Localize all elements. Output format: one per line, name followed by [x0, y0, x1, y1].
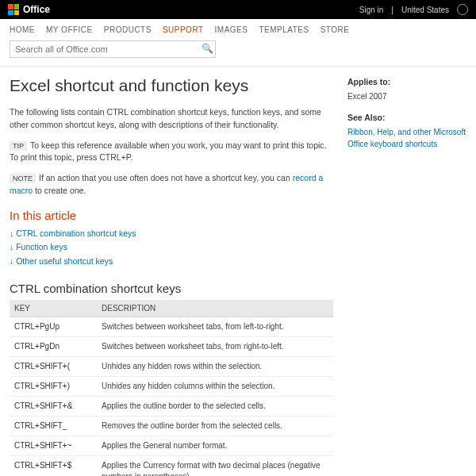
note-prefix: If an action that you use often does not… — [39, 173, 293, 182]
table-row: CTRL+SHIFT+)Unhides any hidden columns w… — [10, 377, 333, 397]
table-row: CTRL+PgUpSwitches between worksheet tabs… — [10, 317, 333, 337]
shortcut-key: CTRL+SHIFT+) — [10, 377, 97, 397]
applies-to-label: Applies to: — [347, 76, 466, 89]
main-column: Excel shortcut and function keys The fol… — [10, 76, 333, 476]
shortcut-desc: Unhides any hidden columns within the se… — [97, 377, 333, 397]
top-divider: | — [391, 6, 393, 14]
nav-home[interactable]: HOME — [10, 25, 35, 34]
shortcut-key: CTRL+SHIFT+$ — [10, 456, 97, 476]
aside-column: Applies to: Excel 2007 See Also: Ribbon,… — [347, 76, 466, 476]
shortcut-desc: Switches between worksheet tabs, from ri… — [97, 337, 333, 357]
brand[interactable]: Office — [8, 4, 50, 15]
table-row: CTRL+PgDnSwitches between worksheet tabs… — [10, 337, 333, 357]
shortcut-key: CTRL+PgDn — [10, 337, 97, 357]
shortcut-desc: Removes the outline border from the sele… — [97, 416, 333, 436]
search-box: 🔍 — [10, 40, 216, 58]
toc-link-other[interactable]: Other useful shortcut keys — [10, 255, 333, 269]
toc-link-function[interactable]: Function keys — [10, 240, 333, 255]
table-row: CTRL+SHIFT_Removes the outline border fr… — [10, 416, 333, 436]
nav-products[interactable]: PRODUCTS — [104, 25, 152, 34]
note-suffix: to create one. — [33, 186, 86, 195]
shortcut-desc: Switches between worksheet tabs, from le… — [97, 317, 333, 337]
region-link[interactable]: United States — [401, 6, 449, 14]
top-bar: Office Sign in | United States — [0, 0, 476, 19]
note-callout: NOTEIf an action that you use often does… — [10, 172, 333, 198]
table-row: CTRL+SHIFT+&Applies the outline border t… — [10, 397, 333, 416]
shortcut-table: KEY DESCRIPTION CTRL+PgUpSwitches betwee… — [10, 300, 333, 476]
tip-callout: TIPTo keep this reference available when… — [10, 140, 333, 165]
shortcut-key: CTRL+PgUp — [10, 317, 97, 337]
see-also-link[interactable]: Ribbon, Help, and other Microsoft Office… — [347, 128, 466, 148]
search-icon[interactable]: 🔍 — [202, 43, 213, 54]
sign-in-link[interactable]: Sign in — [359, 6, 384, 14]
office-logo-icon — [8, 4, 19, 15]
table-header-row: KEY DESCRIPTION — [10, 300, 333, 317]
nav-my-office[interactable]: MY OFFICE — [46, 25, 93, 34]
see-also-label: See Also: — [347, 112, 466, 125]
shortcut-key: CTRL+SHIFT+& — [10, 397, 97, 416]
nav-templates[interactable]: TEMPLATES — [259, 25, 309, 34]
search-input[interactable] — [10, 40, 216, 58]
nav-store[interactable]: STORE — [321, 25, 350, 34]
shortcut-key: CTRL+SHIFT+( — [10, 357, 97, 377]
content-wrap: Excel shortcut and function keys The fol… — [0, 67, 476, 476]
th-desc: DESCRIPTION — [97, 300, 333, 317]
top-right-controls: Sign in | United States — [359, 4, 468, 15]
toc-link-ctrl[interactable]: CTRL combination shortcut keys — [10, 227, 333, 241]
globe-icon[interactable] — [457, 4, 468, 15]
in-this-article-heading: In this article — [10, 209, 333, 222]
nav-support[interactable]: SUPPORT — [163, 25, 204, 34]
intro-text: The following lists contain CTRL combina… — [10, 106, 333, 132]
table-row: CTRL+SHIFT+(Unhides any hidden rows with… — [10, 357, 333, 377]
ctrl-table-title: CTRL combination shortcut keys — [10, 282, 333, 295]
shortcut-key: CTRL+SHIFT+~ — [10, 436, 97, 456]
shortcut-desc: Applies the Currency format with two dec… — [97, 456, 333, 476]
shortcut-desc: Applies the outline border to the select… — [97, 397, 333, 416]
shortcut-key: CTRL+SHIFT_ — [10, 416, 97, 436]
table-row: CTRL+SHIFT+~Applies the General number f… — [10, 436, 333, 456]
note-tag: NOTE — [10, 174, 36, 183]
main-nav: HOME MY OFFICE PRODUCTS SUPPORT IMAGES T… — [0, 19, 476, 40]
shortcut-desc: Applies the General number format. — [97, 436, 333, 456]
applies-to-value: Excel 2007 — [347, 92, 386, 101]
tip-tag: TIP — [10, 141, 27, 151]
page-title: Excel shortcut and function keys — [10, 76, 333, 95]
tip-text: To keep this reference available when yo… — [10, 140, 327, 163]
search-row: 🔍 — [0, 40, 476, 67]
table-row: CTRL+SHIFT+$Applies the Currency format … — [10, 456, 333, 476]
th-key: KEY — [10, 300, 97, 317]
see-also-block: See Also: Ribbon, Help, and other Micros… — [347, 112, 466, 150]
brand-text: Office — [23, 4, 50, 15]
applies-to-block: Applies to: Excel 2007 — [347, 76, 466, 102]
shortcut-desc: Unhides any hidden rows within the selec… — [97, 357, 333, 377]
nav-images[interactable]: IMAGES — [215, 25, 248, 34]
toc-list: CTRL combination shortcut keys Function … — [10, 227, 333, 270]
